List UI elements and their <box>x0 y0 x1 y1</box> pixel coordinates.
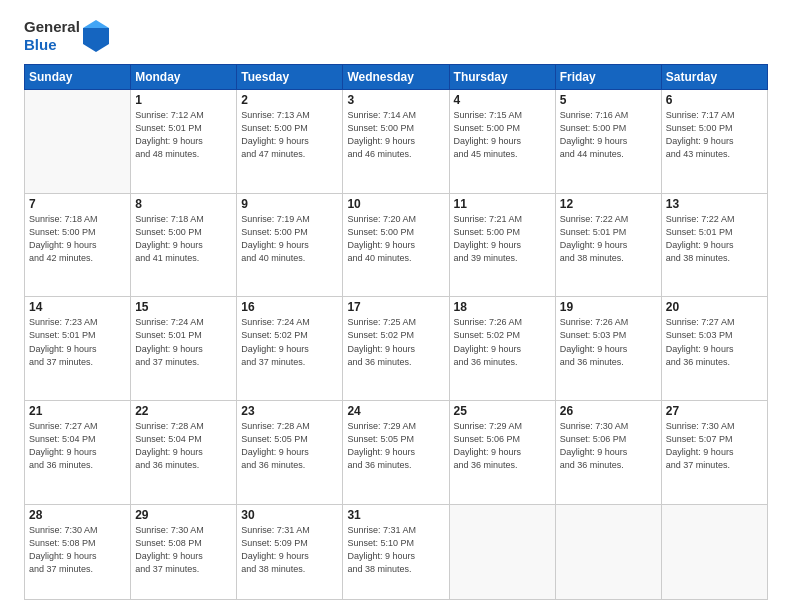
calendar-week-row: 28Sunrise: 7:30 AMSunset: 5:08 PMDayligh… <box>25 504 768 599</box>
day-info: Sunrise: 7:22 AMSunset: 5:01 PMDaylight:… <box>666 213 763 265</box>
calendar-cell: 12Sunrise: 7:22 AMSunset: 5:01 PMDayligh… <box>555 193 661 297</box>
calendar-cell: 19Sunrise: 7:26 AMSunset: 5:03 PMDayligh… <box>555 297 661 401</box>
calendar-cell: 24Sunrise: 7:29 AMSunset: 5:05 PMDayligh… <box>343 401 449 505</box>
day-info: Sunrise: 7:29 AMSunset: 5:06 PMDaylight:… <box>454 420 551 472</box>
day-number: 30 <box>241 508 338 522</box>
day-number: 5 <box>560 93 657 107</box>
day-info: Sunrise: 7:27 AMSunset: 5:03 PMDaylight:… <box>666 316 763 368</box>
day-info: Sunrise: 7:27 AMSunset: 5:04 PMDaylight:… <box>29 420 126 472</box>
day-info: Sunrise: 7:29 AMSunset: 5:05 PMDaylight:… <box>347 420 444 472</box>
day-number: 27 <box>666 404 763 418</box>
calendar-cell: 31Sunrise: 7:31 AMSunset: 5:10 PMDayligh… <box>343 504 449 599</box>
day-info: Sunrise: 7:15 AMSunset: 5:00 PMDaylight:… <box>454 109 551 161</box>
day-info: Sunrise: 7:14 AMSunset: 5:00 PMDaylight:… <box>347 109 444 161</box>
calendar-cell: 14Sunrise: 7:23 AMSunset: 5:01 PMDayligh… <box>25 297 131 401</box>
day-number: 11 <box>454 197 551 211</box>
day-info: Sunrise: 7:30 AMSunset: 5:08 PMDaylight:… <box>135 524 232 576</box>
calendar-cell: 26Sunrise: 7:30 AMSunset: 5:06 PMDayligh… <box>555 401 661 505</box>
calendar-cell: 17Sunrise: 7:25 AMSunset: 5:02 PMDayligh… <box>343 297 449 401</box>
day-number: 8 <box>135 197 232 211</box>
logo-arrow-icon <box>83 20 109 52</box>
day-number: 26 <box>560 404 657 418</box>
day-info: Sunrise: 7:20 AMSunset: 5:00 PMDaylight:… <box>347 213 444 265</box>
calendar-cell: 9Sunrise: 7:19 AMSunset: 5:00 PMDaylight… <box>237 193 343 297</box>
page: General Blue SundayMondayTuesdayWednesda… <box>0 0 792 612</box>
day-info: Sunrise: 7:24 AMSunset: 5:02 PMDaylight:… <box>241 316 338 368</box>
day-info: Sunrise: 7:16 AMSunset: 5:00 PMDaylight:… <box>560 109 657 161</box>
calendar-header-row: SundayMondayTuesdayWednesdayThursdayFrid… <box>25 65 768 90</box>
day-number: 13 <box>666 197 763 211</box>
day-info: Sunrise: 7:25 AMSunset: 5:02 PMDaylight:… <box>347 316 444 368</box>
day-number: 20 <box>666 300 763 314</box>
day-number: 12 <box>560 197 657 211</box>
day-number: 16 <box>241 300 338 314</box>
calendar-cell: 8Sunrise: 7:18 AMSunset: 5:00 PMDaylight… <box>131 193 237 297</box>
calendar-cell: 30Sunrise: 7:31 AMSunset: 5:09 PMDayligh… <box>237 504 343 599</box>
calendar-cell <box>449 504 555 599</box>
day-number: 3 <box>347 93 444 107</box>
day-info: Sunrise: 7:31 AMSunset: 5:10 PMDaylight:… <box>347 524 444 576</box>
day-number: 7 <box>29 197 126 211</box>
day-info: Sunrise: 7:18 AMSunset: 5:00 PMDaylight:… <box>29 213 126 265</box>
calendar-cell: 4Sunrise: 7:15 AMSunset: 5:00 PMDaylight… <box>449 90 555 194</box>
calendar-cell: 16Sunrise: 7:24 AMSunset: 5:02 PMDayligh… <box>237 297 343 401</box>
day-info: Sunrise: 7:28 AMSunset: 5:04 PMDaylight:… <box>135 420 232 472</box>
day-info: Sunrise: 7:23 AMSunset: 5:01 PMDaylight:… <box>29 316 126 368</box>
calendar-cell: 6Sunrise: 7:17 AMSunset: 5:00 PMDaylight… <box>661 90 767 194</box>
calendar-header-tuesday: Tuesday <box>237 65 343 90</box>
calendar-cell: 23Sunrise: 7:28 AMSunset: 5:05 PMDayligh… <box>237 401 343 505</box>
calendar-week-row: 7Sunrise: 7:18 AMSunset: 5:00 PMDaylight… <box>25 193 768 297</box>
day-number: 10 <box>347 197 444 211</box>
day-number: 19 <box>560 300 657 314</box>
day-number: 31 <box>347 508 444 522</box>
calendar-header-saturday: Saturday <box>661 65 767 90</box>
day-info: Sunrise: 7:17 AMSunset: 5:00 PMDaylight:… <box>666 109 763 161</box>
calendar-cell: 22Sunrise: 7:28 AMSunset: 5:04 PMDayligh… <box>131 401 237 505</box>
logo-general-text: General <box>24 18 80 36</box>
day-info: Sunrise: 7:30 AMSunset: 5:07 PMDaylight:… <box>666 420 763 472</box>
logo: General Blue <box>24 18 109 54</box>
logo-blue-text: Blue <box>24 36 57 54</box>
day-number: 18 <box>454 300 551 314</box>
day-info: Sunrise: 7:26 AMSunset: 5:03 PMDaylight:… <box>560 316 657 368</box>
calendar-cell: 21Sunrise: 7:27 AMSunset: 5:04 PMDayligh… <box>25 401 131 505</box>
calendar-cell: 29Sunrise: 7:30 AMSunset: 5:08 PMDayligh… <box>131 504 237 599</box>
calendar-cell: 3Sunrise: 7:14 AMSunset: 5:00 PMDaylight… <box>343 90 449 194</box>
calendar-header-thursday: Thursday <box>449 65 555 90</box>
header: General Blue <box>24 18 768 54</box>
calendar-cell: 11Sunrise: 7:21 AMSunset: 5:00 PMDayligh… <box>449 193 555 297</box>
day-number: 1 <box>135 93 232 107</box>
calendar-cell <box>25 90 131 194</box>
day-number: 22 <box>135 404 232 418</box>
calendar-cell <box>661 504 767 599</box>
calendar-header-friday: Friday <box>555 65 661 90</box>
day-number: 14 <box>29 300 126 314</box>
day-number: 21 <box>29 404 126 418</box>
day-number: 15 <box>135 300 232 314</box>
day-number: 25 <box>454 404 551 418</box>
day-number: 2 <box>241 93 338 107</box>
svg-marker-0 <box>83 28 109 52</box>
calendar-week-row: 1Sunrise: 7:12 AMSunset: 5:01 PMDaylight… <box>25 90 768 194</box>
day-info: Sunrise: 7:30 AMSunset: 5:08 PMDaylight:… <box>29 524 126 576</box>
calendar-cell: 10Sunrise: 7:20 AMSunset: 5:00 PMDayligh… <box>343 193 449 297</box>
day-number: 28 <box>29 508 126 522</box>
calendar-cell: 2Sunrise: 7:13 AMSunset: 5:00 PMDaylight… <box>237 90 343 194</box>
day-number: 29 <box>135 508 232 522</box>
day-info: Sunrise: 7:13 AMSunset: 5:00 PMDaylight:… <box>241 109 338 161</box>
day-number: 17 <box>347 300 444 314</box>
day-info: Sunrise: 7:28 AMSunset: 5:05 PMDaylight:… <box>241 420 338 472</box>
day-info: Sunrise: 7:18 AMSunset: 5:00 PMDaylight:… <box>135 213 232 265</box>
day-info: Sunrise: 7:22 AMSunset: 5:01 PMDaylight:… <box>560 213 657 265</box>
day-number: 6 <box>666 93 763 107</box>
calendar-week-row: 21Sunrise: 7:27 AMSunset: 5:04 PMDayligh… <box>25 401 768 505</box>
day-info: Sunrise: 7:12 AMSunset: 5:01 PMDaylight:… <box>135 109 232 161</box>
calendar-cell: 13Sunrise: 7:22 AMSunset: 5:01 PMDayligh… <box>661 193 767 297</box>
day-number: 23 <box>241 404 338 418</box>
day-info: Sunrise: 7:31 AMSunset: 5:09 PMDaylight:… <box>241 524 338 576</box>
calendar-cell: 5Sunrise: 7:16 AMSunset: 5:00 PMDaylight… <box>555 90 661 194</box>
day-info: Sunrise: 7:24 AMSunset: 5:01 PMDaylight:… <box>135 316 232 368</box>
calendar-cell: 18Sunrise: 7:26 AMSunset: 5:02 PMDayligh… <box>449 297 555 401</box>
day-info: Sunrise: 7:26 AMSunset: 5:02 PMDaylight:… <box>454 316 551 368</box>
day-info: Sunrise: 7:21 AMSunset: 5:00 PMDaylight:… <box>454 213 551 265</box>
